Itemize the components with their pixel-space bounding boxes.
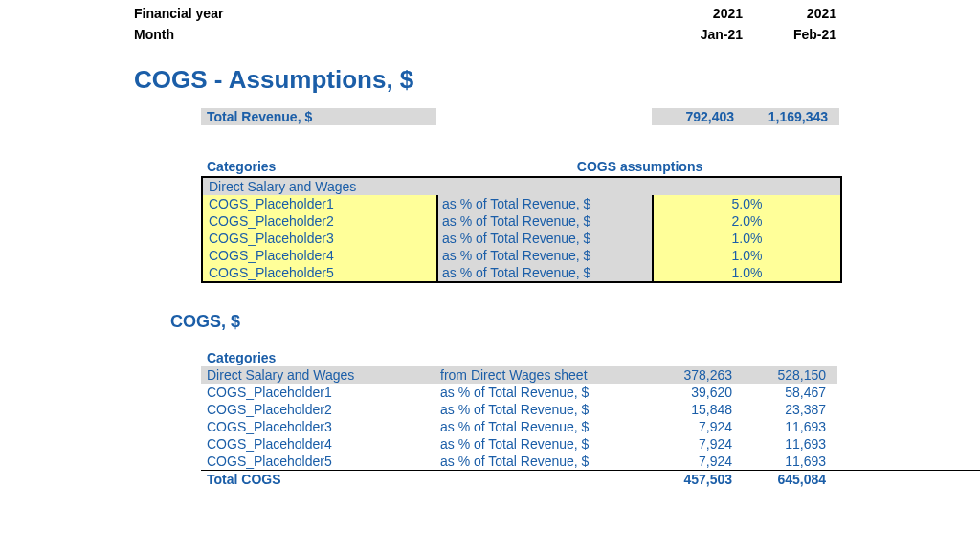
month-1: Jan-21 [660, 27, 754, 42]
table-row: COGS_Placeholder5 as % of Total Revenue,… [203, 264, 840, 281]
cogs-v2: 23,387 [744, 401, 837, 418]
cogs-section-title: COGS, $ [0, 283, 980, 349]
cogs-v1: 7,924 [650, 435, 744, 453]
cogs-v1: 7,924 [650, 453, 744, 470]
fy-year-1: 2021 [660, 6, 754, 21]
assumptions-table: Direct Salary and Wages COGS_Placeholder… [201, 176, 842, 283]
cogs-v2: 11,693 [744, 435, 837, 453]
assumption-name[interactable]: COGS_Placeholder1 [203, 195, 438, 212]
cogs-name: COGS_Placeholder1 [201, 384, 436, 401]
cogs-total-v2: 645,084 [744, 471, 837, 487]
month-label: Month [134, 27, 660, 42]
cogs-v1: 378,263 [650, 366, 744, 384]
header-row-fy: Financial year 2021 2021 [0, 0, 980, 21]
cogs-v2: 528,150 [744, 366, 837, 384]
month-2: Feb-21 [754, 27, 848, 42]
cogs-basis: as % of Total Revenue, $ [436, 418, 650, 435]
cogs-total-v1: 457,503 [650, 471, 744, 487]
cogs-name: COGS_Placeholder5 [201, 453, 436, 470]
total-revenue-v1: 792,403 [652, 108, 746, 125]
table-row: COGS_Placeholder1 as % of Total Revenue,… [203, 195, 840, 212]
assumption-pct[interactable]: 1.0% [652, 230, 840, 247]
cogs-name: Direct Salary and Wages [201, 366, 436, 384]
fy-year-2: 2021 [754, 6, 848, 21]
assumption-pct[interactable]: 1.0% [652, 264, 840, 281]
fy-label: Financial year [134, 6, 660, 21]
cogs-v2: 11,693 [744, 418, 837, 435]
cogs-table: Categories Direct Salary and Wages from … [0, 349, 980, 487]
assumption-basis: as % of Total Revenue, $ [438, 212, 652, 230]
cogs-basis: as % of Total Revenue, $ [436, 401, 650, 418]
cogs-name: COGS_Placeholder4 [201, 435, 436, 453]
assumption-name[interactable]: COGS_Placeholder5 [203, 264, 438, 281]
total-revenue-row: Total Revenue, $ 792,403 1,169,343 [0, 108, 980, 124]
cogs-total-row: Total COGS 457,503 645,084 [201, 470, 980, 487]
cogs-name: COGS_Placeholder3 [201, 418, 436, 435]
cogs-basis: as % of Total Revenue, $ [436, 453, 650, 470]
table-row: Direct Salary and Wages from Direct Wage… [201, 366, 980, 384]
total-revenue-label: Total Revenue, $ [201, 108, 436, 125]
header-row-month: Month Jan-21 Feb-21 [0, 21, 980, 42]
cogs-categories-header: Categories [201, 349, 980, 366]
categories-label: Categories [201, 159, 436, 176]
total-revenue-v2: 1,169,343 [746, 108, 839, 125]
cogs-assumptions-label: COGS assumptions [436, 159, 843, 176]
table-row: COGS_Placeholder2 as % of Total Revenue,… [201, 401, 980, 418]
assumption-name[interactable]: COGS_Placeholder2 [203, 212, 438, 230]
assumption-pct[interactable]: 2.0% [652, 212, 840, 230]
assumption-name[interactable]: COGS_Placeholder4 [203, 247, 438, 264]
cogs-name: COGS_Placeholder2 [201, 401, 436, 418]
assumption-name: Direct Salary and Wages [203, 178, 840, 195]
assumption-basis: as % of Total Revenue, $ [438, 230, 652, 247]
assumption-pct[interactable]: 1.0% [652, 247, 840, 264]
table-row: COGS_Placeholder5 as % of Total Revenue,… [201, 453, 980, 470]
cogs-v2: 58,467 [744, 384, 837, 401]
cogs-cat-header: Categories [201, 349, 436, 366]
table-row: COGS_Placeholder3 as % of Total Revenue,… [201, 418, 980, 435]
page-title: COGS - Assumptions, $ [0, 42, 980, 108]
cogs-total-label: Total COGS [201, 471, 650, 487]
assumption-name[interactable]: COGS_Placeholder3 [203, 230, 438, 247]
cogs-v2: 11,693 [744, 453, 837, 470]
cogs-basis: as % of Total Revenue, $ [436, 435, 650, 453]
table-row: COGS_Placeholder1 as % of Total Revenue,… [201, 384, 980, 401]
cogs-v1: 15,848 [650, 401, 744, 418]
assumption-basis: as % of Total Revenue, $ [438, 264, 652, 281]
table-row: COGS_Placeholder2 as % of Total Revenue,… [203, 212, 840, 230]
assumption-basis: as % of Total Revenue, $ [438, 247, 652, 264]
cogs-v1: 7,924 [650, 418, 744, 435]
assumption-pct[interactable]: 5.0% [652, 195, 840, 212]
table-row: COGS_Placeholder4 as % of Total Revenue,… [201, 435, 980, 453]
table-row: Direct Salary and Wages [203, 178, 840, 195]
cogs-basis: from Direct Wages sheet [436, 366, 650, 384]
assumptions-header: Categories COGS assumptions [0, 159, 980, 176]
table-row: COGS_Placeholder4 as % of Total Revenue,… [203, 247, 840, 264]
cogs-basis: as % of Total Revenue, $ [436, 384, 650, 401]
assumption-basis: as % of Total Revenue, $ [438, 195, 652, 212]
cogs-v1: 39,620 [650, 384, 744, 401]
table-row: COGS_Placeholder3 as % of Total Revenue,… [203, 230, 840, 247]
